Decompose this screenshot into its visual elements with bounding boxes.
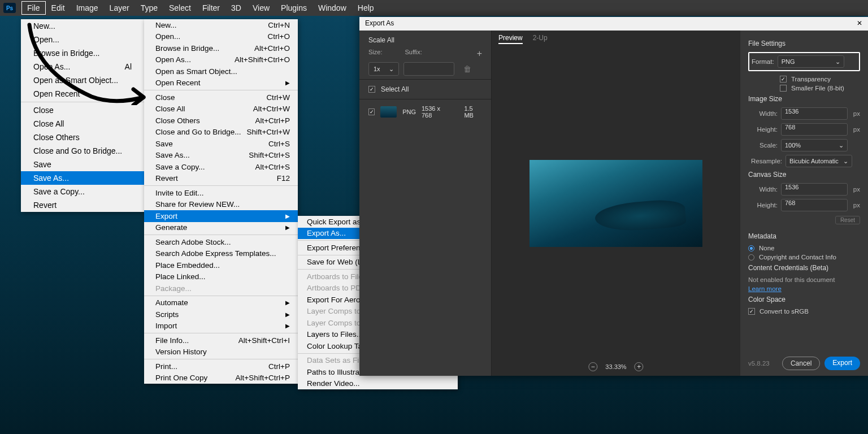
canvas-size-label: Canvas Size xyxy=(748,171,860,179)
file-menu-item[interactable]: Place Linked... xyxy=(144,271,298,283)
srgb-checkbox[interactable] xyxy=(748,308,755,315)
file-menu-item[interactable]: Revert xyxy=(21,198,144,212)
canvas-height-input[interactable]: 768 xyxy=(781,199,848,211)
whale-shape xyxy=(594,198,687,234)
file-menu-item[interactable]: Browse in Bridge... xyxy=(21,46,144,60)
file-menu-item[interactable]: RevertF12 xyxy=(144,173,298,185)
resample-select[interactable]: Bicubic Automatic⌄ xyxy=(785,155,852,167)
file-menu-item[interactable]: CloseCtrl+W xyxy=(144,92,298,103)
menubar-item-type[interactable]: Type xyxy=(135,1,163,15)
close-icon[interactable]: ✕ xyxy=(857,19,862,28)
menubar-item-image[interactable]: Image xyxy=(71,1,104,15)
asset-size: 1.5 MB xyxy=(464,105,482,119)
file-menu-item[interactable]: Open Recent▶ xyxy=(144,77,298,89)
file-menu-item[interactable]: New...Ctrl+N xyxy=(144,19,298,31)
reset-button[interactable]: Reset xyxy=(835,216,860,224)
tab-2up[interactable]: 2-Up xyxy=(533,34,548,44)
file-menu-item[interactable]: Open as Smart Object... xyxy=(144,66,298,77)
add-size-icon[interactable]: + xyxy=(477,49,482,59)
img-scale-select[interactable]: 100%⌄ xyxy=(781,139,848,151)
file-menu-item[interactable]: Close and Go to Bridge...Shift+Ctrl+W xyxy=(144,127,298,138)
file-menu-item[interactable]: Open...Ctrl+O xyxy=(144,31,298,43)
asset-dim: 868 x 434 xyxy=(422,105,449,119)
tab-preview[interactable]: Preview xyxy=(498,34,523,44)
scale-select[interactable]: 1x⌄ xyxy=(368,62,399,76)
menubar-item-filter[interactable]: Filter xyxy=(197,1,225,15)
cancel-button[interactable]: Cancel xyxy=(782,357,820,370)
export-button[interactable]: Export xyxy=(824,357,860,370)
menubar-item-edit[interactable]: Edit xyxy=(46,1,71,15)
file-menu-item[interactable]: SaveCtrl+S xyxy=(144,138,298,150)
file-menu-item[interactable]: Close and Go to Bridge... xyxy=(21,144,144,158)
asset-format: PNG xyxy=(402,108,416,115)
file-menu-item[interactable]: Close xyxy=(21,103,144,117)
file-menu-item: Package... xyxy=(144,283,298,294)
img-width-input[interactable]: 1536 xyxy=(781,107,848,120)
file-menu-item[interactable]: Place Embedded... xyxy=(144,259,298,271)
file-menu-overlay-2: New...Ctrl+NOpen...Ctrl+OBrowse in Bridg… xyxy=(144,19,298,384)
file-menu-item[interactable]: Open As...Al xyxy=(21,60,144,73)
menubar-item-layer[interactable]: Layer xyxy=(104,1,135,15)
file-menu-item[interactable]: Save a Copy...Alt+Ctrl+S xyxy=(144,161,298,173)
menubar-item-window[interactable]: Window xyxy=(313,1,352,15)
smaller-file-checkbox[interactable] xyxy=(780,85,787,92)
file-menu-item[interactable]: Search Adobe Express Templates... xyxy=(144,248,298,260)
cc-msg: Not enabled for this document xyxy=(748,276,860,283)
learn-more-link[interactable]: Learn more xyxy=(748,285,860,292)
metadata-none-radio[interactable] xyxy=(748,245,754,251)
menubar-item-help[interactable]: Help xyxy=(352,1,380,15)
dialog-title: Export As xyxy=(365,19,394,28)
file-menu-item[interactable]: Scripts▶ xyxy=(144,309,298,320)
file-menu-item[interactable]: Close OthersAlt+Ctrl+P xyxy=(144,115,298,127)
file-menu-item[interactable]: Close Others xyxy=(21,131,144,144)
file-menu-item[interactable]: New... xyxy=(21,19,144,33)
preview-image xyxy=(530,160,702,247)
file-menu-item[interactable]: Version History xyxy=(144,346,298,358)
menubar-item-plugins[interactable]: Plugins xyxy=(275,1,313,15)
export-menu-item[interactable]: Render Video... xyxy=(298,378,458,390)
zoom-out-icon[interactable]: − xyxy=(588,362,597,371)
file-menu-item[interactable]: Automate▶ xyxy=(144,297,298,309)
suffix-input[interactable] xyxy=(403,62,454,76)
file-menu-item[interactable]: Generate▶ xyxy=(144,222,298,234)
menubar-item-file[interactable]: File xyxy=(21,1,46,15)
file-menu-item[interactable]: Print...Ctrl+P xyxy=(144,361,298,372)
menubar-item-3d[interactable]: 3D xyxy=(225,1,247,15)
transparency-checkbox[interactable] xyxy=(780,76,787,83)
file-menu-item[interactable]: Search Adobe Stock... xyxy=(144,236,298,248)
file-menu-item[interactable]: File Info...Alt+Shift+Ctrl+I xyxy=(144,335,298,346)
file-menu-item[interactable]: Save xyxy=(21,158,144,171)
file-menu-item[interactable]: Open Recent xyxy=(21,87,144,101)
menubar-item-select[interactable]: Select xyxy=(163,1,197,15)
format-select[interactable]: PNG⌄ xyxy=(778,55,844,68)
img-height-input[interactable]: 768 xyxy=(781,123,848,136)
version-label: v5.8.23 xyxy=(748,360,770,367)
file-menu-item[interactable]: Close AllAlt+Ctrl+W xyxy=(144,103,298,115)
asset-checkbox[interactable] xyxy=(368,108,375,115)
file-menu-item[interactable]: Save a Copy... xyxy=(21,185,144,198)
select-all-checkbox[interactable] xyxy=(368,86,375,93)
file-menu-item[interactable]: Save As... xyxy=(21,171,144,185)
file-menu-item[interactable]: Share for Review NEW... xyxy=(144,199,298,211)
file-menu-item[interactable]: Browse in Bridge...Alt+Ctrl+O xyxy=(144,42,298,54)
dialog-titlebar: Export As ✕ xyxy=(359,17,868,31)
canvas-width-input[interactable]: 1536 xyxy=(781,183,848,196)
file-menu-item[interactable]: Print One CopyAlt+Shift+Ctrl+P xyxy=(144,372,298,384)
file-menu-item[interactable]: Export▶ xyxy=(144,210,298,222)
file-menu-item[interactable]: Open As...Alt+Shift+Ctrl+O xyxy=(144,54,298,66)
trash-icon[interactable]: 🗑 xyxy=(463,64,471,73)
export-as-dialog: Export As ✕ Scale All Size: Suffix: + 1x… xyxy=(359,17,868,376)
color-space-label: Color Space xyxy=(748,296,860,303)
file-menu-item[interactable]: Open... xyxy=(21,33,144,46)
format-label: Format: xyxy=(752,58,774,65)
file-menu-item[interactable]: Save As...Shift+Ctrl+S xyxy=(144,150,298,162)
file-menu-item[interactable]: Invite to Edit... xyxy=(144,187,298,199)
file-menu-item[interactable]: Close All xyxy=(21,117,144,131)
menubar-item-view[interactable]: View xyxy=(247,1,275,15)
file-menu-item[interactable]: Open as Smart Object... xyxy=(21,73,144,87)
file-menu-item[interactable]: Import▶ xyxy=(144,320,298,332)
asset-row[interactable]: PNG 868 x 434 1.5 MB xyxy=(359,99,491,124)
metadata-copy-radio[interactable] xyxy=(748,254,754,261)
zoom-in-icon[interactable]: + xyxy=(635,362,644,371)
image-size-label: Image Size xyxy=(748,95,860,103)
